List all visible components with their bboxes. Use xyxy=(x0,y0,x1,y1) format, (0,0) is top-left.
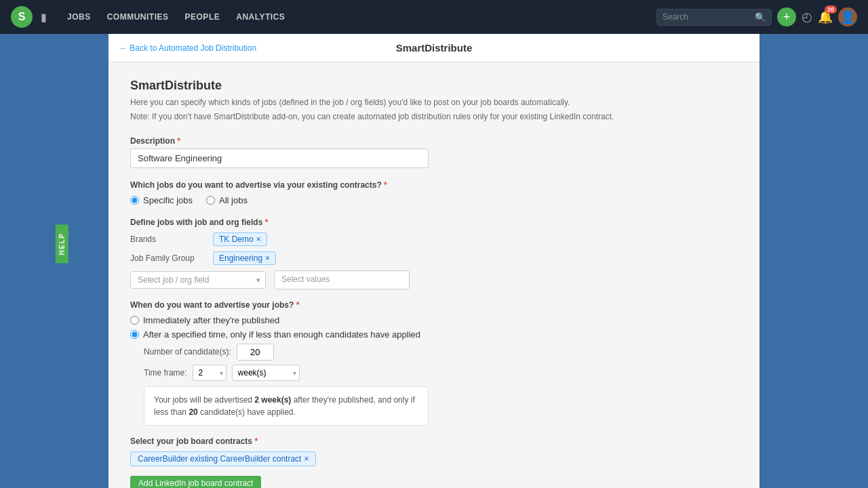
search-box[interactable]: 🔍 xyxy=(656,9,772,26)
topbar: ← Back to Automated Job Distribution Sma… xyxy=(108,34,760,62)
form-description-line2: Note: If you don't have SmartDistribute … xyxy=(130,111,738,123)
define-fields-label: Define jobs with job and org fields * xyxy=(130,218,738,227)
careerbuilder-contract-remove[interactable]: × xyxy=(304,454,309,464)
form-description-line1: Here you can specify which kinds of jobs… xyxy=(130,97,738,108)
top-navigation: S ▮ JOBS COMMUNITIES PEOPLE ANALYTICS 🔍 … xyxy=(0,0,868,34)
field-selector-row: Select job / org field Select values xyxy=(130,270,738,289)
job-board-section: Select your job board contracts * Career… xyxy=(130,436,738,488)
timeframe-row: Time frame: 2 1 3 week(s) month(s) xyxy=(144,365,738,381)
form-area: SmartDistribute Here you can specify whi… xyxy=(108,62,760,488)
advertise-info-box: Your jobs will be advertised 2 week(s) a… xyxy=(144,386,429,426)
add-button[interactable]: + xyxy=(777,7,796,26)
user-avatar[interactable]: 👤 xyxy=(838,7,857,26)
notifications-icon[interactable]: 🔔 20 xyxy=(818,9,833,24)
radio-specific-jobs[interactable]: Specific jobs xyxy=(130,195,193,205)
nav-links: JOBS COMMUNITIES PEOPLE ANALYTICS xyxy=(60,8,292,26)
radio-specified-time[interactable]: After a specified time, only if less tha… xyxy=(130,329,738,340)
which-jobs-label: Which jobs do you want to advertise via … xyxy=(130,180,738,190)
brand-tag-tk-demo: TK Demo × xyxy=(213,232,267,246)
timeframe-label: Time frame: xyxy=(144,368,187,378)
define-fields-section: Define jobs with job and org fields * Br… xyxy=(130,218,738,289)
job-org-field-select-wrapper: Select job / org field xyxy=(130,271,266,289)
timeframe-unit-select[interactable]: week(s) month(s) day(s) xyxy=(232,365,300,381)
timeframe-number-wrapper: 2 1 3 xyxy=(193,365,226,381)
notifications-badge: 20 xyxy=(825,5,837,14)
contract-label: Select your job board contracts * xyxy=(130,436,738,446)
which-jobs-group: Which jobs do you want to advertise via … xyxy=(130,180,738,205)
page-wrapper: ← Back to Automated Job Distribution Sma… xyxy=(0,34,868,488)
search-input[interactable] xyxy=(663,12,751,22)
bookmark-icon[interactable]: ▮ xyxy=(38,8,50,26)
description-input[interactable] xyxy=(130,148,429,168)
content-panel: ← Back to Automated Job Distribution Sma… xyxy=(108,34,760,488)
search-icon: 🔍 xyxy=(755,12,766,22)
timeframe-unit-wrapper: week(s) month(s) day(s) xyxy=(232,365,300,381)
values-box[interactable]: Select values xyxy=(274,270,410,289)
nav-communities[interactable]: COMMUNITIES xyxy=(100,8,176,26)
nav-people[interactable]: PEOPLE xyxy=(178,8,227,26)
description-label: Description * xyxy=(130,136,738,146)
topnav-right: 🔍 + ◴ 🔔 20 👤 xyxy=(656,7,857,26)
description-field-group: Description * xyxy=(130,136,738,168)
nav-jobs[interactable]: JOBS xyxy=(60,8,98,26)
candidates-label: Number of candidate(s): xyxy=(144,347,231,357)
info-text: Your jobs will be advertised 2 week(s) a… xyxy=(154,395,415,417)
app-logo[interactable]: S xyxy=(11,6,33,28)
form-section-title: SmartDistribute xyxy=(130,79,738,93)
page-title: SmartDistribute xyxy=(396,42,473,54)
nav-analytics[interactable]: ANALYTICS xyxy=(229,8,292,26)
radio-immediately[interactable]: Immediately after they're published xyxy=(130,315,738,325)
timeframe-number-select[interactable]: 2 1 3 xyxy=(193,365,226,381)
which-jobs-options: Specific jobs All jobs xyxy=(130,195,738,205)
when-advertise-label: When do you want to advertise your jobs?… xyxy=(130,300,738,310)
brand-tag-remove[interactable]: × xyxy=(256,235,261,243)
job-family-field: Job Family Group Engineering × xyxy=(130,251,738,265)
job-family-label: Job Family Group xyxy=(130,253,205,263)
contracts-list: CareerBuilder existing CareerBuilder con… xyxy=(130,451,738,470)
help-tab[interactable]: HELP xyxy=(56,225,68,264)
when-advertise-section: When do you want to advertise your jobs?… xyxy=(130,300,738,426)
content-inner: ← Back to Automated Job Distribution Sma… xyxy=(108,34,760,488)
breadcrumb-back[interactable]: ← Back to Automated Job Distribution xyxy=(108,43,267,53)
job-family-tag-remove[interactable]: × xyxy=(265,254,270,262)
radio-all-jobs[interactable]: All jobs xyxy=(206,195,248,205)
candidates-input[interactable] xyxy=(237,344,274,361)
candidates-row: Number of candidate(s): xyxy=(144,344,738,361)
monitor-icon[interactable]: ◴ xyxy=(802,9,812,24)
brands-field: Brands TK Demo × xyxy=(130,232,738,246)
careerbuilder-contract-tag: CareerBuilder existing CareerBuilder con… xyxy=(130,451,316,466)
job-org-field-select[interactable]: Select job / org field xyxy=(130,271,266,289)
brands-label: Brands xyxy=(130,235,205,244)
job-family-tag-engineering: Engineering × xyxy=(213,251,276,265)
add-contract-button[interactable]: Add LinkedIn job board contract xyxy=(130,476,261,488)
